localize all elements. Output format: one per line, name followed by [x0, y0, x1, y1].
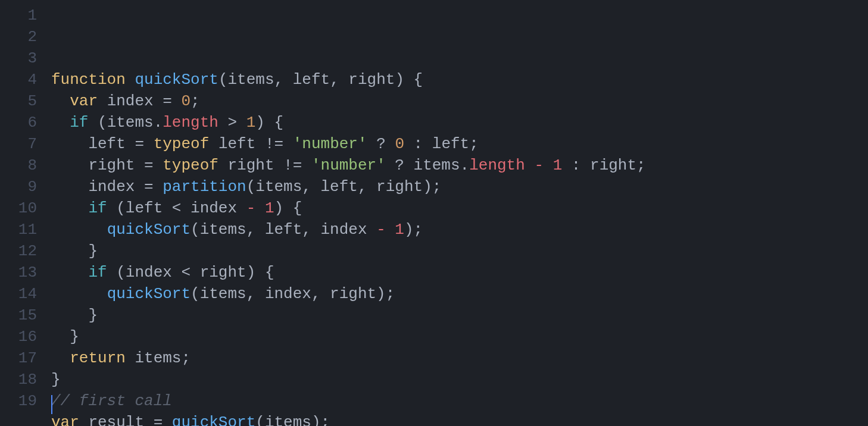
token-num: 0: [181, 92, 191, 110]
token-punc: [51, 92, 70, 110]
token-kw2: if: [88, 199, 107, 217]
line-number: 9: [0, 176, 37, 198]
code-line[interactable]: }: [51, 240, 868, 262]
token-str: 'number': [311, 156, 386, 174]
token-ident: : right;: [562, 156, 645, 174]
token-ident: : left;: [404, 135, 479, 153]
token-punc: [154, 178, 163, 196]
token-fn: quickSort: [135, 71, 218, 89]
line-number: 16: [0, 326, 37, 347]
token-punc: [154, 156, 163, 174]
token-ident: (items, left, right);: [246, 178, 442, 196]
line-number: 19: [0, 390, 37, 412]
token-punc: [525, 156, 535, 174]
token-num: 0: [395, 135, 404, 153]
token-op: =: [135, 135, 144, 153]
token-ident: index: [98, 92, 163, 110]
text-cursor: [51, 395, 52, 414]
token-prop: length: [469, 156, 525, 174]
token-opred: -: [246, 199, 256, 217]
token-param: items: [227, 71, 274, 89]
token-kw2: if: [70, 114, 88, 131]
token-ident: (items, index, right);: [191, 285, 395, 303]
code-line[interactable]: quickSort(items, index, right);: [51, 283, 868, 305]
token-ident: (index < right) {: [107, 264, 274, 281]
token-kw2: if: [88, 264, 107, 281]
line-number: 5: [0, 90, 37, 112]
token-punc: );: [404, 221, 423, 239]
token-param: right: [348, 71, 395, 89]
token-ident: (left < index: [107, 199, 246, 217]
token-punc: ,: [330, 71, 348, 89]
token-opred: -: [376, 221, 386, 239]
line-number: 2: [0, 26, 37, 48]
token-punc: (: [218, 71, 228, 89]
token-kw: function: [51, 71, 126, 89]
token-punc: }: [51, 242, 98, 260]
token-op: >: [218, 114, 246, 131]
line-number: 18: [0, 369, 37, 390]
line-number: 10: [0, 198, 37, 219]
cursor-line: [51, 395, 868, 416]
token-punc: ) {: [395, 71, 423, 89]
code-line[interactable]: [51, 48, 868, 69]
token-punc: }: [51, 371, 61, 389]
token-ident: right: [51, 156, 144, 174]
token-ident: (items, left, index: [191, 221, 376, 239]
code-line[interactable]: }: [51, 369, 868, 390]
token-punc: ,: [274, 71, 293, 89]
code-line[interactable]: index = partition(items, left, right);: [51, 176, 868, 198]
token-num2: 1: [395, 221, 404, 239]
token-punc: ;: [191, 92, 200, 110]
token-kw: return: [70, 349, 126, 367]
token-opred: -: [534, 156, 544, 174]
line-number: 11: [0, 219, 37, 240]
token-fn: quickSort: [107, 221, 191, 239]
code-line[interactable]: if (index < right) {: [51, 262, 868, 283]
token-op: !=: [283, 156, 302, 174]
code-line[interactable]: return items;: [51, 347, 868, 369]
code-line[interactable]: function quickSort(items, left, right) {: [51, 69, 868, 90]
token-punc: [302, 156, 311, 174]
token-op: !=: [265, 135, 283, 153]
token-punc: ) {: [274, 199, 302, 217]
line-number: 8: [0, 155, 37, 176]
line-number: 7: [0, 133, 37, 155]
code-line[interactable]: if (items.length > 1) {: [51, 112, 868, 133]
code-line[interactable]: }: [51, 326, 868, 347]
line-number: 4: [0, 69, 37, 90]
code-line[interactable]: right = typeof right != 'number' ? items…: [51, 155, 868, 176]
token-punc: .: [154, 114, 163, 131]
token-ident: right: [218, 156, 283, 174]
token-punc: [51, 264, 88, 281]
token-punc: ) {: [255, 114, 283, 131]
line-number: 6: [0, 112, 37, 133]
token-ident: left: [51, 135, 135, 153]
line-number: 14: [0, 283, 37, 305]
token-fn: partition: [163, 178, 246, 196]
token-kw: var: [70, 92, 98, 110]
line-number: 17: [0, 347, 37, 369]
code-line[interactable]: left = typeof left != 'number' ? 0 : lef…: [51, 133, 868, 155]
token-punc: [126, 71, 135, 89]
code-line[interactable]: quickSort(items, left, index - 1);: [51, 219, 868, 240]
token-punc: [386, 221, 395, 239]
token-num2: 1: [553, 156, 563, 174]
token-op: =: [144, 178, 154, 196]
token-punc: .: [460, 156, 470, 174]
token-punc: [144, 135, 154, 153]
token-str: 'number': [293, 135, 367, 153]
token-punc: [51, 114, 70, 131]
token-num: 1: [246, 114, 256, 131]
token-ident: left: [209, 135, 265, 153]
token-kw: typeof: [163, 156, 218, 174]
token-ident: (items: [88, 114, 153, 131]
code-editor[interactable]: 12345678910111213141516171819 function q…: [0, 0, 868, 426]
token-punc: [51, 349, 70, 367]
token-num2: 1: [265, 199, 274, 217]
line-number-gutter: 12345678910111213141516171819: [0, 5, 51, 426]
code-line[interactable]: if (left < index - 1) {: [51, 198, 868, 219]
code-area[interactable]: function quickSort(items, left, right) {…: [51, 5, 868, 426]
code-line[interactable]: }: [51, 305, 868, 326]
code-line[interactable]: var index = 0;: [51, 90, 868, 112]
